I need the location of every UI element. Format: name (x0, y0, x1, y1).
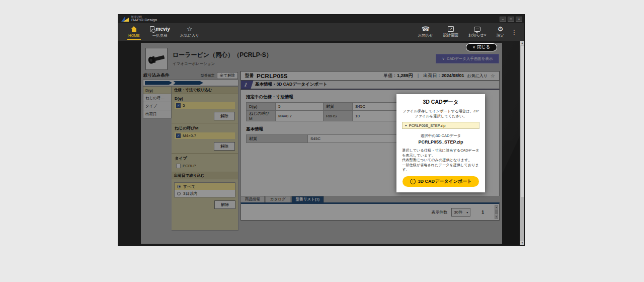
scroll-up-icon[interactable]: ▲ (520, 41, 524, 45)
home-active-underline (127, 39, 141, 40)
more-menu-button[interactable]: ⋮ (509, 23, 519, 41)
minimize-button[interactable]: – (500, 17, 506, 22)
selected-cad-file: PCRLP05S_STEP.zip (402, 139, 479, 145)
speech-bubble-icon: ⋯ (474, 27, 480, 32)
window-controls: – □ × (500, 17, 522, 22)
brand-rapid-design: RAPiD Design (131, 18, 157, 22)
meviy-quote-label: 一括見積 (152, 33, 168, 38)
titlebar: MISUMI RAPiD Design – □ × (118, 15, 524, 23)
download-icon: ↓ (410, 179, 416, 184)
design-screen-label: 設計画面 (443, 33, 458, 38)
selected-cad-label: 選択中の3D CADデータ (402, 133, 479, 138)
window-scrollbar[interactable]: ▲ ▼ (520, 41, 524, 245)
nav-news[interactable]: ⋯ お知らせ∨ (463, 23, 492, 41)
external-link-icon: ↗ (448, 26, 454, 32)
modal-note: 選択している仕様・寸法に該当するCADデータを表示しています。 代表型番について… (402, 148, 479, 172)
misumi-logo-icon (121, 16, 129, 22)
settings-label: 設定 (497, 33, 504, 38)
bullet-icon: ● (405, 124, 407, 127)
home-icon (131, 26, 137, 32)
brand: MISUMI RAPiD Design (131, 16, 157, 22)
modal-title: 3D CADデータ (402, 99, 479, 106)
nav-home[interactable]: HOME (123, 23, 145, 41)
star-icon: ☆ (187, 26, 193, 32)
gear-icon: ⚙ (498, 26, 504, 32)
nav-design-screen[interactable]: ↗ 設計画面 (438, 23, 463, 41)
cad-file-item[interactable]: ● PCRLP05S_STEP.zip (402, 122, 479, 129)
cad-data-modal: 3D CADデータ ファイル保存してインポートする場合は、ZIP ファイルを選択… (396, 94, 485, 192)
close-icon: × (473, 45, 475, 50)
app-body: ローラーピン（同心）（PCRLP-S） イマオコーポレーション ∨ CADデータ… (118, 41, 524, 245)
cad-import-button[interactable]: ↓ 3D CADデータインポート (403, 176, 479, 187)
nav-contact[interactable]: ☎ お問合せ (413, 23, 438, 41)
phone-icon: ☎ (422, 26, 430, 32)
meviy-brand-label: meviy (156, 26, 170, 32)
nav-favorites[interactable]: ☆ お気に入り (175, 23, 204, 41)
close-detail-button[interactable]: × 閉じる (466, 43, 497, 51)
close-window-button[interactable]: × (516, 17, 522, 22)
document-icon (150, 26, 154, 32)
nav-settings[interactable]: ⚙ 設定 (492, 23, 509, 41)
cad-file-name: PCRLP05S_STEP.zip (409, 123, 446, 128)
news-label: お知らせ∨ (468, 33, 487, 38)
modal-description: ファイル保存してインポートする場合は、ZIP ファイルを選択してください。 (402, 109, 479, 119)
maximize-button[interactable]: □ (508, 17, 514, 22)
scroll-down-icon[interactable]: ▼ (520, 241, 524, 245)
toolbar: HOME meviy 一括見積 ☆ お気に入り ☎ お問合せ (118, 23, 524, 41)
contact-label: お問合せ (418, 33, 433, 38)
home-label: HOME (128, 33, 140, 38)
nav-meviy-quote[interactable]: meviy 一括見積 (145, 23, 175, 41)
app-window: MISUMI RAPiD Design – □ × HOME meviy (118, 14, 525, 246)
favorites-label: お気に入り (180, 33, 199, 38)
scrollbar-thumb[interactable] (521, 46, 524, 197)
desktop-background: MISUMI RAPiD Design – □ × HOME meviy (0, 0, 644, 282)
toolbar-right: ☎ お問合せ ↗ 設計画面 ⋯ お知らせ∨ ⚙ 設定 ⋮ (413, 23, 519, 41)
